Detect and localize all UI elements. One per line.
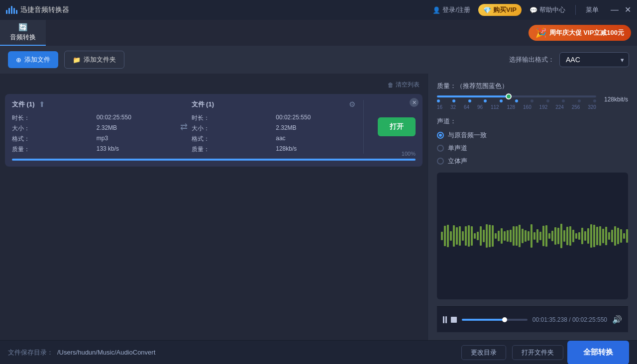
- channel-option-2[interactable]: 立体声: [437, 157, 628, 166]
- stop-button[interactable]: [451, 317, 457, 323]
- waveform-bar: [519, 225, 521, 248]
- add-file-label: 添加文件: [24, 55, 50, 64]
- waveform-bar: [614, 226, 616, 246]
- tabbar: 🔄 音频转换 🎉 周年庆大促 VIP立减100元: [0, 20, 637, 46]
- help-btn[interactable]: 💬 帮助中心: [530, 5, 565, 14]
- shuffle-icon[interactable]: ⇄: [180, 121, 188, 132]
- logo-bars: [6, 6, 17, 14]
- waveform-bar: [516, 226, 518, 245]
- file-panel: 🗑 清空列表 ✕ 文件 (1) ⬆ 时长： 00:02:25:550 大小：: [0, 74, 428, 340]
- clear-icon: 🗑: [388, 82, 394, 89]
- waveform-bar: [498, 231, 500, 242]
- waveform-bar: [447, 225, 449, 247]
- open-folder-button[interactable]: 打开文件夹: [512, 345, 563, 360]
- file-card-close-button[interactable]: ✕: [410, 98, 419, 107]
- waveform-bar: [531, 224, 532, 248]
- waveform-bar: [539, 232, 541, 240]
- settings-icon[interactable]: ⚙: [349, 100, 355, 109]
- app-title: 迅捷音频转换器: [20, 5, 69, 14]
- waveform-section: [437, 173, 628, 299]
- file-card: ✕ 文件 (1) ⬆ 时长： 00:02:25:550 大小： 2.32MB 格…: [5, 94, 423, 167]
- menu-btn[interactable]: 菜单: [586, 5, 599, 14]
- target-duration: 00:02:25:550: [276, 114, 355, 122]
- player-bar: 00:01:35.238 / 00:02:25:550 🔊: [437, 306, 628, 332]
- waveform-bar: [480, 226, 482, 246]
- source-format-label: 格式：: [12, 135, 92, 143]
- waveform-bar: [471, 226, 473, 246]
- minimize-btn[interactable]: —: [611, 6, 619, 14]
- format-label: 选择输出格式：: [509, 55, 554, 64]
- add-folder-icon: 📁: [73, 56, 81, 64]
- volume-icon[interactable]: 🔊: [612, 315, 622, 324]
- clear-list-button[interactable]: 🗑 清空列表: [388, 81, 420, 89]
- change-dir-button[interactable]: 更改目录: [461, 345, 506, 360]
- tab-audio-label: 音频转换: [10, 33, 36, 42]
- channel-label-1: 单声道: [448, 144, 467, 153]
- file-source: 文件 (1) ⬆ 时长： 00:02:25:550 大小： 2.32MB 格式：…: [12, 100, 176, 154]
- quality-section: 质量：（推荐范围蓝色）: [437, 82, 628, 110]
- waveform-bar: [483, 230, 485, 242]
- target-format: aac: [276, 135, 355, 143]
- waveform-bar: [444, 226, 446, 246]
- add-folder-label: 添加文件夹: [84, 55, 116, 64]
- waveform-bar: [474, 233, 476, 239]
- add-file-icon: ⊕: [16, 56, 21, 64]
- login-btn[interactable]: 👤 登录/注册: [432, 5, 470, 14]
- promo-emoji: 🎉: [535, 27, 546, 38]
- radio-circle-2: [437, 158, 444, 165]
- dot-9: [578, 99, 581, 102]
- time-separator: /: [569, 316, 572, 323]
- quality-labels: 16 32 64 96 112 128 160 192 224 256 320: [437, 104, 596, 110]
- progress-text: 100%: [402, 151, 416, 157]
- waveform-bars: [437, 173, 628, 299]
- waveform-bar: [590, 224, 592, 247]
- promo-banner[interactable]: 🎉 周年庆大促 VIP立减100元: [529, 25, 631, 41]
- channel-option-0[interactable]: 与原音频一致: [437, 131, 628, 140]
- pause-button[interactable]: [443, 316, 447, 323]
- waveform-bar: [611, 230, 613, 242]
- vip-btn[interactable]: 💎 购买VIP: [478, 4, 522, 16]
- waveform-bar: [501, 228, 503, 244]
- waveform-bar: [525, 230, 527, 242]
- open-file-button[interactable]: 打开: [378, 117, 416, 136]
- export-icon[interactable]: ⬆: [39, 100, 45, 109]
- main-area: 🗑 清空列表 ✕ 文件 (1) ⬆ 时长： 00:02:25:550 大小：: [0, 74, 637, 340]
- quality-track[interactable]: [437, 95, 596, 97]
- dot-8: [562, 99, 565, 102]
- titlebar-divider: [575, 5, 576, 15]
- file-target-title: 文件 (1): [192, 100, 214, 109]
- waveform-bar: [486, 224, 488, 248]
- quality-value-display: 128kbit/s: [596, 95, 628, 103]
- waveform-bar: [536, 229, 538, 242]
- progress-fill: [12, 159, 416, 161]
- progress-bar: 100%: [12, 159, 416, 161]
- add-folder-button[interactable]: 📁 添加文件夹: [64, 51, 124, 69]
- waveform-bar: [462, 231, 464, 241]
- format-dropdown[interactable]: AAC MP3 WAV FLAC OGG M4A: [559, 52, 629, 67]
- channel-option-1[interactable]: 单声道: [437, 144, 628, 153]
- waveform-bar: [492, 225, 494, 246]
- waveform-bar: [617, 228, 619, 244]
- waveform-bar: [507, 230, 509, 242]
- close-btn[interactable]: ✕: [625, 6, 631, 14]
- quality-slider-area: 16 32 64 96 112 128 160 192 224 256 320: [437, 95, 596, 110]
- player-controls: [443, 316, 457, 323]
- file-source-header: 文件 (1) ⬆: [12, 100, 176, 109]
- target-format-label: 格式：: [192, 135, 271, 143]
- waveform-bar: [626, 229, 628, 243]
- convert-all-button[interactable]: 全部转换: [567, 341, 629, 364]
- dot-4: [500, 99, 503, 102]
- player-progress-track[interactable]: [462, 319, 528, 321]
- dot-0: [437, 99, 440, 102]
- app-logo: 迅捷音频转换器: [6, 5, 69, 14]
- add-file-button[interactable]: ⊕ 添加文件: [8, 51, 58, 68]
- file-divider: [363, 100, 364, 154]
- tab-audio-convert[interactable]: 🔄 音频转换: [0, 20, 46, 46]
- player-progress-thumb: [502, 317, 507, 322]
- shuffle-icon-wrap: ⇄: [176, 100, 192, 154]
- waveform-bar: [560, 224, 562, 249]
- current-time: 00:01:35.238: [532, 316, 567, 323]
- statusbar: 文件保存目录： /Users/hudun/Music/AudioConvert …: [0, 340, 637, 364]
- statusbar-actions: 更改目录 打开文件夹: [461, 345, 563, 360]
- waveform-bar: [575, 233, 577, 239]
